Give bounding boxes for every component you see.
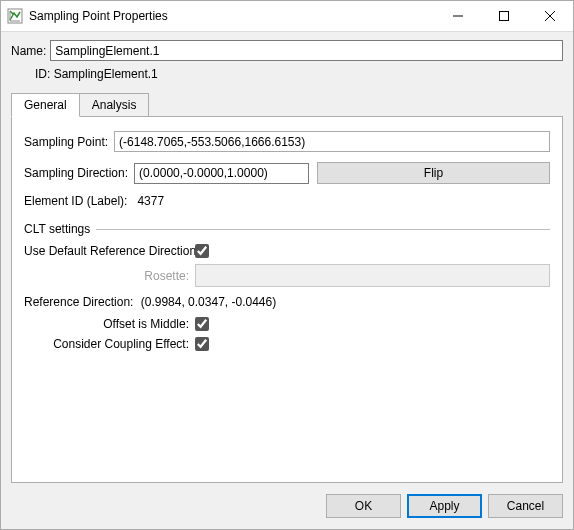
name-label: Name: (11, 44, 46, 58)
close-button[interactable] (527, 1, 573, 31)
divider (96, 229, 550, 230)
rosette-field (195, 264, 550, 287)
minimize-button[interactable] (435, 1, 481, 31)
dialog-window: Sampling Point Properties Name: ID: Samp… (0, 0, 574, 530)
sampling-direction-field[interactable] (134, 163, 309, 184)
id-value: SamplingElement.1 (54, 67, 158, 81)
cancel-button[interactable]: Cancel (488, 494, 563, 518)
maximize-button[interactable] (481, 1, 527, 31)
reference-direction-value: (0.9984, 0.0347, -0.0446) (141, 295, 276, 309)
element-id-label: Element ID (Label): (24, 194, 127, 208)
titlebar: Sampling Point Properties (1, 1, 573, 32)
tab-general[interactable]: General (11, 93, 80, 117)
use-default-ref-label: Use Default Reference Direction: (24, 244, 195, 258)
use-default-ref-checkbox[interactable] (195, 244, 209, 258)
ok-button[interactable]: OK (326, 494, 401, 518)
rosette-label: Rosette: (24, 269, 195, 283)
tab-analysis[interactable]: Analysis (79, 93, 150, 117)
sampling-direction-label: Sampling Direction: (24, 166, 128, 180)
offset-is-middle-checkbox[interactable] (195, 317, 209, 331)
client-area: Name: ID: SamplingElement.1 General Anal… (1, 32, 573, 483)
app-icon (7, 8, 23, 24)
tab-strip: General Analysis (11, 93, 563, 117)
svg-rect-1 (500, 12, 509, 21)
general-panel: Sampling Point: Sampling Direction: Flip… (11, 116, 563, 483)
apply-button[interactable]: Apply (407, 494, 482, 518)
dialog-footer: OK Apply Cancel (1, 483, 573, 529)
window-title: Sampling Point Properties (29, 9, 168, 23)
sampling-point-label: Sampling Point: (24, 135, 108, 149)
name-field[interactable] (50, 40, 563, 61)
reference-direction-label: Reference Direction: (24, 295, 133, 309)
id-label: ID: (35, 67, 50, 81)
offset-is-middle-label: Offset is Middle: (24, 317, 195, 331)
sampling-point-field[interactable] (114, 131, 550, 152)
consider-coupling-label: Consider Coupling Effect: (24, 337, 195, 351)
flip-button[interactable]: Flip (317, 162, 550, 184)
element-id-value: 4377 (137, 194, 164, 208)
consider-coupling-checkbox[interactable] (195, 337, 209, 351)
clt-settings-header: CLT settings (24, 222, 90, 236)
